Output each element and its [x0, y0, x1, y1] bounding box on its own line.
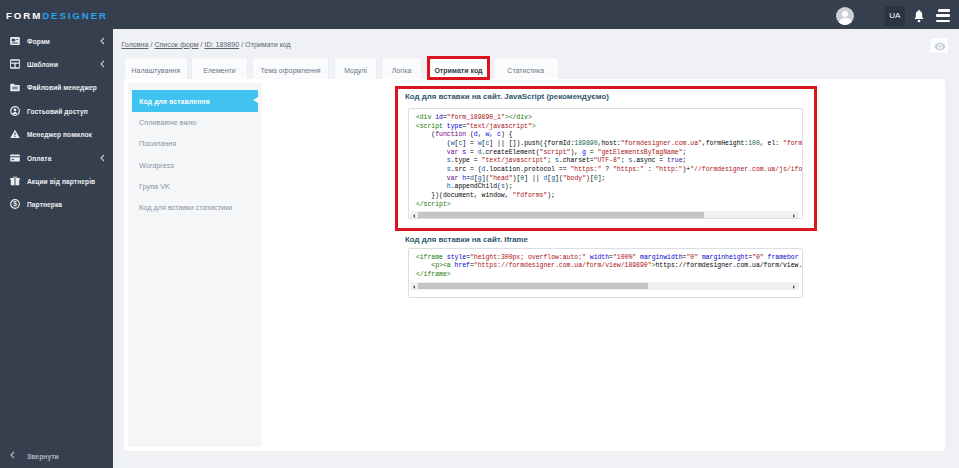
svg-text:$: $ — [13, 201, 17, 209]
